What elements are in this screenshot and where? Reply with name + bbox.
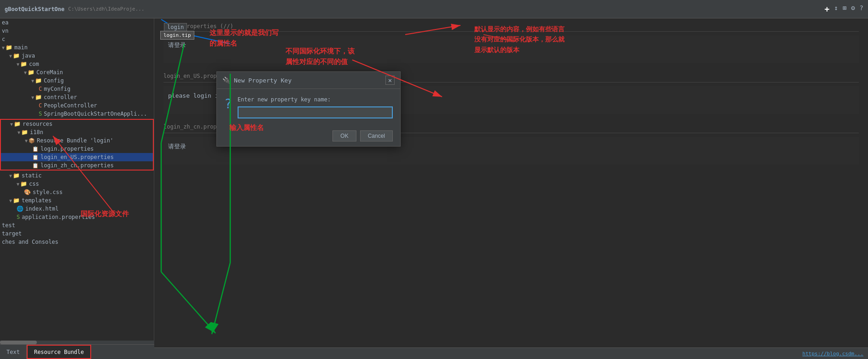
add-icon[interactable]: + (824, 4, 829, 14)
status-url[interactable]: https://blog.csdm... (803, 351, 863, 357)
main-layout: ea vn c ▼ 📁 main ▼ 📁 java ▼ 📁 com (0, 18, 868, 359)
ok-button[interactable]: OK (332, 130, 356, 141)
dialog-close-button[interactable]: ✕ (385, 76, 395, 85)
sort-icon[interactable]: ↕ (834, 4, 838, 14)
dialog-label: Enter new property key name: (238, 96, 393, 103)
tree-item-controller[interactable]: ▼ 📁 controller (0, 93, 154, 101)
tree-item-main[interactable]: ▼ 📁 main (0, 43, 154, 52)
cancel-button[interactable]: Cancel (360, 130, 393, 141)
login-properties-content: 请登录 (163, 35, 859, 63)
tree-item-config[interactable]: ▼ 📁 Config (0, 77, 154, 85)
resource-bundle-tab[interactable]: Resource Bundle (27, 345, 91, 359)
right-panel: login.properties (//) 请登录 login_en_US.pr… (154, 18, 868, 359)
tree-item-static[interactable]: ▼ 📁 static (0, 171, 154, 180)
tree-item-com[interactable]: ▼ 📁 com (0, 60, 154, 68)
tree-item-resource-bundle-login[interactable]: ▼ 📦 Resource Bundle 'login' (1, 136, 153, 145)
tree-item-consoles[interactable]: ches and Consoles (0, 238, 154, 246)
tree-item-ea[interactable]: ea (0, 18, 154, 27)
dialog-footer: OK Cancel (217, 126, 400, 146)
tree-item-resources[interactable]: ▼ 📁 resources (1, 120, 153, 128)
tree-item-login-zh-cn[interactable]: 📋 login_zh_cn.properties (1, 161, 153, 170)
tree-item-login-properties[interactable]: 📋 login.properties (1, 145, 153, 153)
text-tab[interactable]: Text (0, 345, 27, 359)
tree-item-test[interactable]: test (0, 221, 154, 230)
tree-item-css[interactable]: ▼ 📁 css (0, 180, 154, 188)
login-properties-section: login.properties (//) 请登录 (163, 23, 859, 63)
tree-item-i18n[interactable]: ▼ 📁 i18n (1, 128, 153, 136)
tree-item-index-html[interactable]: 🌐 index.html (0, 205, 154, 213)
dialog-title-bar: 🔌 New Property Key ✕ (217, 72, 400, 89)
layout-icon[interactable]: ⊞ (843, 4, 846, 14)
login-properties-value: 请登录 (168, 41, 186, 48)
login-properties-header: login.properties (//) (163, 23, 859, 32)
property-key-input[interactable] (238, 106, 393, 118)
help-icon[interactable]: ? (860, 4, 863, 14)
project-name: gBootQuickStartOne (5, 6, 64, 12)
dialog-question-icon: ? (224, 96, 232, 118)
tree-item-target[interactable]: target (0, 230, 154, 238)
tree-item-java[interactable]: ▼ 📁 java (0, 52, 154, 60)
tree-item-templates[interactable]: ▼ 📁 templates (0, 196, 154, 205)
toolbar: gBootQuickStartOne C:\Users\zdh\IdeaProj… (0, 0, 868, 18)
tree-item-springboot[interactable]: S SpringBootQuickStartOneAppli... (0, 110, 154, 118)
tree-item-myconfig[interactable]: C myConfig (0, 85, 154, 93)
file-tree: ea vn c ▼ 📁 main ▼ 📁 java ▼ 📁 com (0, 18, 154, 359)
dialog-title: New Property Key (234, 77, 291, 84)
dialog-plugin-icon: 🔌 (222, 77, 230, 84)
new-property-key-dialog: 🔌 New Property Key ✕ ? Enter new propert… (216, 71, 401, 147)
tree-item-vn[interactable]: vn (0, 27, 154, 35)
dialog-content: Enter new property key name: (238, 96, 393, 118)
toolbar-icons: + ↕ ⊞ ⚙ ? (824, 4, 863, 14)
status-bar: https://blog.csdm... (154, 347, 868, 359)
settings-icon[interactable]: ⚙ (851, 4, 855, 14)
dialog-body: ? Enter new property key name: (217, 89, 400, 126)
sidebar-bottom-tabs: Text Resource Bundle (0, 344, 154, 359)
project-path: C:\Users\zdh\IdeaProje... (68, 6, 145, 12)
tree-item-login-en-us[interactable]: 📋 login_en_US.properties (1, 153, 153, 161)
tree-item-c[interactable]: c (0, 35, 154, 43)
sidebar-scrollbar[interactable] (0, 341, 154, 344)
tree-item-style-css[interactable]: 🎨 style.css (0, 188, 154, 196)
tree-item-coremain[interactable]: ▼ 📁 CoreMain (0, 68, 154, 77)
login-en-us-value: please login in (168, 92, 222, 99)
tree-item-peoplecontroller[interactable]: C PeopleController (0, 101, 154, 110)
login-zh-cn-value: 请登录 (168, 143, 186, 150)
tree-item-application-properties[interactable]: S application.properties (0, 213, 154, 221)
